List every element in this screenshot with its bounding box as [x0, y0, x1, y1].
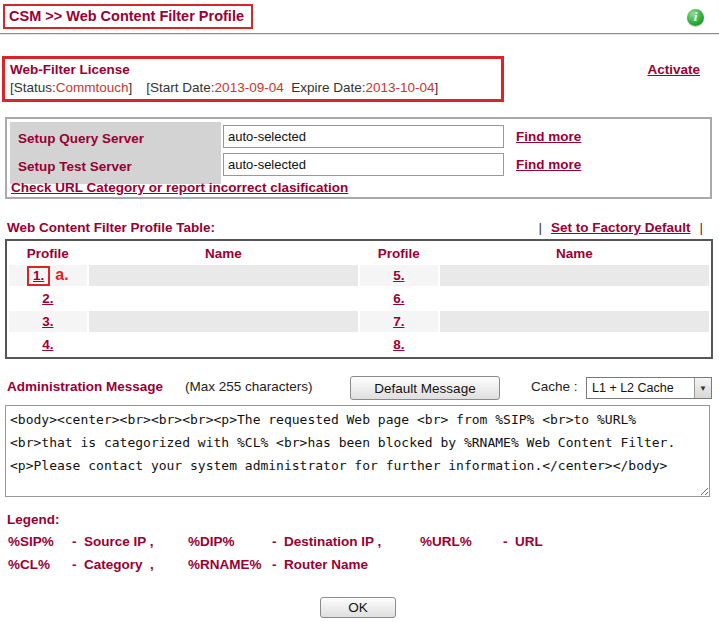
table-row: 2. 6. [9, 288, 709, 309]
start-date-label: [Start Date: [146, 80, 214, 95]
page-title: CSM >> Web Content Filter Profile [9, 8, 244, 24]
profile-link-3[interactable]: 3. [42, 314, 53, 329]
name-cell-1 [89, 265, 358, 286]
profile-1-annotation-box: 1. [27, 266, 50, 286]
status-bracket: ] [129, 80, 133, 95]
profile-link-7[interactable]: 7. [393, 314, 404, 329]
table-row: 3. 7. [9, 311, 709, 332]
activate-link[interactable]: Activate [647, 62, 700, 77]
profile-link-6[interactable]: 6. [393, 291, 404, 306]
header-profile-left: Profile [9, 243, 87, 263]
administration-message-label: Administration Message [7, 379, 163, 394]
legend-desc-category: - Category , [72, 557, 188, 572]
legend-desc-url: - URL [503, 534, 543, 549]
license-title: Web-Filter License [10, 62, 495, 77]
set-to-factory-default-link[interactable]: Set to Factory Default [551, 220, 691, 235]
legend-desc-source-ip: - Source IP , [72, 534, 188, 549]
chevron-down-icon[interactable]: ▼ [694, 378, 711, 398]
ok-button[interactable]: OK [320, 597, 396, 618]
name-cell-7 [440, 311, 709, 332]
expire-date-label: Expire Date: [291, 80, 365, 95]
name-cell-4 [89, 334, 358, 355]
legend-row-1: %SIP% - Source IP , %DIP% - Destination … [8, 534, 543, 549]
table-row: 4. 8. [9, 334, 709, 355]
name-cell-2 [89, 288, 358, 309]
profile-table-title: Web Content Filter Profile Table: [7, 220, 215, 235]
license-annotation-box: Web-Filter License [Status:Commtouch][St… [2, 56, 504, 102]
factory-default-wrap: |Set to Factory Default| [529, 220, 712, 235]
profile-cell-6: 6. [360, 288, 438, 309]
pipe-right: | [699, 220, 703, 235]
status-value: Commtouch [56, 80, 129, 95]
query-server-input[interactable] [223, 125, 504, 148]
setup-query-server-label: Setup Query Server [18, 131, 144, 146]
profile-link-8[interactable]: 8. [393, 337, 404, 352]
cache-selected-value: L1 + L2 Cache [587, 381, 694, 395]
cache-select[interactable]: L1 + L2 Cache ▼ [586, 377, 712, 399]
profile-table: Profile Name Profile Name 1.a. 5. 2. 6. … [5, 239, 713, 359]
profile-link-1[interactable]: 1. [33, 268, 44, 283]
name-cell-8 [440, 334, 709, 355]
legend-token-dip: %DIP% [188, 534, 272, 549]
profile-cell-2: 2. [9, 288, 87, 309]
profile-cell-8: 8. [360, 334, 438, 355]
profile-link-2[interactable]: 2. [42, 291, 53, 306]
legend-token-sip: %SIP% [8, 534, 72, 549]
max-characters-label: (Max 255 characters) [185, 379, 313, 394]
profile-cell-1: 1.a. [9, 265, 87, 286]
find-more-test-link[interactable]: Find more [516, 157, 581, 172]
start-date-value: 2013-09-04 [215, 80, 284, 95]
find-more-query-link[interactable]: Find more [516, 129, 581, 144]
expire-date-value: 2013-10-04 [365, 80, 434, 95]
name-cell-3 [89, 311, 358, 332]
legend-token-rname: %RNAME% [188, 557, 272, 572]
legend-token-url: %URL% [420, 534, 503, 549]
test-server-input[interactable] [223, 153, 504, 176]
check-url-category-link[interactable]: Check URL Category or report incorrect c… [11, 180, 348, 195]
setup-test-server-label: Setup Test Server [18, 159, 132, 174]
profile-cell-3: 3. [9, 311, 87, 332]
pipe-left: | [538, 220, 542, 235]
expire-bracket: ] [435, 80, 439, 95]
legend-desc-destination-ip: - Destination IP , [272, 534, 420, 549]
status-label: [Status: [10, 80, 56, 95]
profile-link-4[interactable]: 4. [42, 337, 53, 352]
profile-link-5[interactable]: 5. [393, 268, 404, 283]
title-annotation-box: CSM >> Web Content Filter Profile [3, 4, 253, 29]
default-message-button[interactable]: Default Message [350, 376, 500, 400]
legend-row-2: %CL% - Category , %RNAME% - Router Name [8, 557, 368, 572]
web-content-filter-page: CSM >> Web Content Filter Profile i Web-… [0, 0, 719, 622]
setup-server-box: Setup Query Server Setup Test Server Fin… [5, 117, 712, 199]
cache-label: Cache : [531, 379, 578, 394]
legend-title: Legend: [7, 512, 60, 527]
table-row: 1.a. 5. [9, 265, 709, 286]
header-name-left: Name [89, 243, 358, 263]
profile-cell-5: 5. [360, 265, 438, 286]
info-icon[interactable]: i [687, 9, 704, 26]
annotation-label-a: a. [55, 266, 68, 283]
profile-table-header-row: Profile Name Profile Name [9, 243, 709, 263]
administration-message-textarea[interactable]: <body><center><br><br><br><p>The request… [5, 405, 710, 497]
header-profile-right: Profile [360, 243, 438, 263]
profile-cell-7: 7. [360, 311, 438, 332]
profile-cell-4: 4. [9, 334, 87, 355]
header-divider [0, 33, 719, 35]
name-cell-5 [440, 265, 709, 286]
license-status-line: [Status:Commtouch][Start Date:2013-09-04… [10, 80, 495, 95]
name-cell-6 [440, 288, 709, 309]
legend-desc-router-name: - Router Name [272, 557, 368, 572]
legend-token-cl: %CL% [8, 557, 72, 572]
header-name-right: Name [440, 243, 709, 263]
